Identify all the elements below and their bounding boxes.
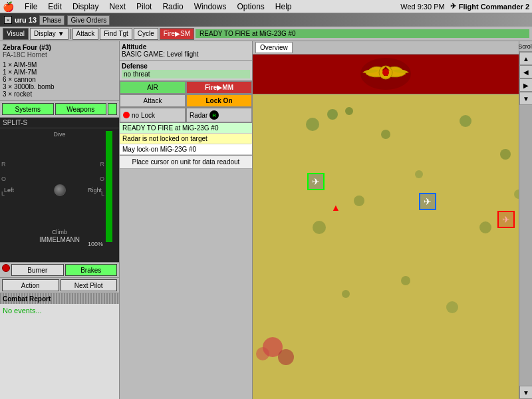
- attack-cmd-button[interactable]: Attack: [120, 94, 186, 107]
- systems-button[interactable]: Systems: [2, 103, 54, 115]
- svg-point-18: [415, 170, 423, 178]
- scroll-end-button[interactable]: ▼: [519, 386, 532, 399]
- svg-point-3: [327, 109, 338, 120]
- svg-point-5: [306, 118, 319, 131]
- scroll-left-button[interactable]: ◀: [519, 65, 532, 78]
- app-icon: ✈: [450, 2, 456, 11]
- svg-point-15: [256, 347, 269, 360]
- unit-info: Zebra Four (#3) FA-18C Hornet 1 × AIM-9M…: [0, 41, 119, 101]
- menu-help[interactable]: Help: [270, 0, 297, 13]
- left-label: Left: [4, 187, 14, 194]
- friendly-aircraft[interactable]: ✈: [419, 193, 436, 210]
- burner-indicator: [2, 264, 10, 272]
- svg-point-19: [354, 196, 364, 206]
- combat-report: Combat Report No events...: [0, 293, 119, 399]
- scroll-up-button[interactable]: ▲: [519, 52, 532, 65]
- brakes-button[interactable]: Brakes: [65, 264, 118, 276]
- weapon-0: 1 × AIM-9M: [3, 61, 116, 68]
- titlebar: × uru 13 Phase Give Orders: [0, 13, 532, 27]
- content-area: Zebra Four (#3) FA-18C Hornet 1 × AIM-9M…: [0, 41, 532, 399]
- status-may-lock: May lock-on MiG-23G #0: [120, 144, 252, 155]
- rol-r-o: O: [100, 176, 104, 182]
- lock-on-button[interactable]: Lock On: [186, 94, 252, 107]
- enemy-plane-icon: ✈: [502, 214, 510, 225]
- menu-edit[interactable]: Edit: [43, 0, 67, 13]
- svg-point-7: [460, 115, 471, 127]
- no-lock-button[interactable]: no Lock: [120, 108, 186, 122]
- burner-brakes: Burner Brakes: [0, 262, 119, 277]
- overview-tab[interactable]: Overview: [255, 42, 293, 53]
- throttle-bar: [106, 131, 112, 242]
- no-lock-indicator: [123, 112, 130, 118]
- status-radar-not-locked: Radar is not locked on target: [120, 134, 252, 144]
- menu-file[interactable]: File: [19, 0, 43, 13]
- menu-windows[interactable]: Windows: [189, 0, 232, 13]
- left-panel: Zebra Four (#3) FA-18C Hornet 1 × AIM-9M…: [0, 41, 120, 399]
- altitude-panel: Altitude BASIC GAME: Level flight: [120, 41, 252, 61]
- terrain-svg: [253, 94, 519, 399]
- next-pilot-button[interactable]: Next Pilot: [61, 279, 118, 291]
- altitude-basic: BASIC GAME: Level flight: [122, 51, 250, 58]
- close-button[interactable]: ×: [4, 16, 12, 24]
- svg-point-25: [401, 276, 410, 285]
- air-button[interactable]: AIR: [120, 81, 186, 94]
- scroll-down-button[interactable]: ▼: [519, 92, 532, 105]
- menubar: 🍎 File Edit Display Next Pilot Radio Win…: [0, 0, 532, 13]
- clock: Wed 9:30 PM: [400, 3, 450, 11]
- combat-report-content: No events...: [0, 304, 119, 317]
- joystick[interactable]: [54, 184, 66, 196]
- status-ready-fire: READY TO FIRE at MiG-23G #0: [120, 123, 252, 134]
- scroll-track: [519, 105, 532, 386]
- svg-point-20: [514, 190, 519, 199]
- svg-point-6: [381, 130, 390, 139]
- unit-callsign: Zebra Four (#3): [3, 44, 116, 51]
- action-button[interactable]: Action: [2, 279, 59, 291]
- fire-amm-button[interactable]: Fire▶MM: [186, 81, 252, 94]
- radar-display: R: [209, 110, 219, 120]
- defense-area: Defense no threat: [120, 61, 252, 81]
- fire-asm-button[interactable]: Fire▶SM: [160, 28, 194, 40]
- no-threat-text: no threat: [122, 70, 250, 78]
- phase-button[interactable]: Phase: [39, 15, 65, 25]
- attack-button[interactable]: Attack: [72, 28, 99, 40]
- rol-r-r1: R: [100, 161, 105, 168]
- rol-l-r1: R: [1, 161, 6, 168]
- find-tgt-button[interactable]: Find Tgt: [100, 28, 132, 40]
- toggle-button[interactable]: [108, 103, 117, 115]
- overview-header: Overview: [253, 41, 519, 55]
- display-button[interactable]: Display ▼: [30, 28, 68, 40]
- weapon-3: 3 × 3000lb. bomb: [3, 83, 116, 90]
- give-orders-button[interactable]: Give Orders: [67, 15, 110, 25]
- menu-next[interactable]: Next: [104, 0, 131, 13]
- svg-point-8: [500, 149, 511, 160]
- player-plane-icon: ✈: [312, 176, 320, 187]
- radar-button[interactable]: Radar R: [186, 108, 252, 122]
- menu-options[interactable]: Options: [231, 0, 269, 13]
- radar-message: Place cursor on unit for data readout: [120, 156, 252, 169]
- visual-button[interactable]: Visual: [3, 28, 29, 40]
- rol-l-l: L: [1, 190, 5, 197]
- burner-button[interactable]: Burner: [11, 264, 64, 276]
- apple-menu[interactable]: 🍎: [3, 1, 14, 12]
- menu-display[interactable]: Display: [67, 0, 104, 13]
- ready-fire-status: READY TO FIRE at MiG-23G #0: [196, 29, 529, 38]
- weapons-button[interactable]: Weapons: [55, 103, 107, 115]
- weapon-4: 3 × rocket: [3, 90, 116, 98]
- cycle-button[interactable]: Cycle: [134, 28, 158, 40]
- svg-point-4: [345, 107, 353, 115]
- weapon-1: 1 × AIM-7M: [3, 68, 116, 76]
- game-map[interactable]: ✈ ✈ ✈ ▲ ✖: [253, 94, 519, 399]
- menu-radio[interactable]: Radio: [157, 0, 188, 13]
- menu-pilot[interactable]: Pilot: [131, 0, 157, 13]
- scroll-right-button[interactable]: ▶: [519, 78, 532, 92]
- climb-label: Climb: [52, 229, 67, 235]
- enemy-aircraft[interactable]: ✈: [497, 211, 515, 228]
- scroll-panel: Scroll ▲ ◀ ▶ ▼ ▼: [519, 41, 532, 399]
- player-aircraft[interactable]: ✈: [307, 173, 325, 190]
- toolbar: Visual Display ▼ Attack Find Tgt Cycle F…: [0, 27, 532, 41]
- unit-type: FA-18C Hornet: [3, 51, 116, 59]
- right-panel: Overview: [253, 41, 519, 399]
- throttle-fill: [106, 131, 112, 242]
- emblem-svg: [359, 56, 412, 92]
- altitude-label: Altitude: [122, 43, 146, 51]
